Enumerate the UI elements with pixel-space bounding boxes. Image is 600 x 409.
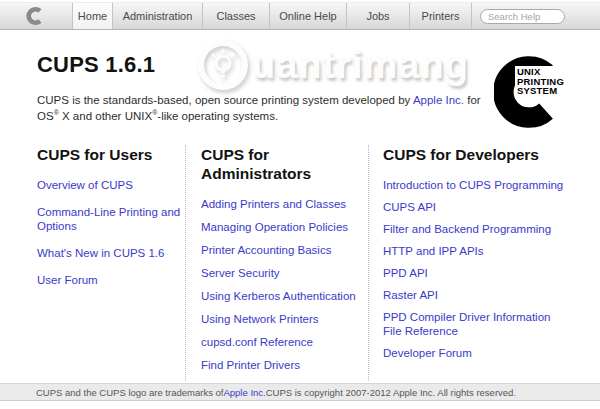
section-heading: CUPS for Administrators <box>201 145 368 183</box>
section-link[interactable]: Introduction to CUPS Programming <box>383 178 565 192</box>
nav-search-area <box>472 3 600 29</box>
section-link[interactable]: Printer Accounting Basics <box>201 243 368 257</box>
intro-paragraph: CUPS is the standards-based, open source… <box>37 92 489 124</box>
tab-online-help[interactable]: Online Help <box>270 3 347 29</box>
tab-jobs[interactable]: Jobs <box>347 3 410 29</box>
apple-inc-link[interactable]: Apple Inc. <box>413 94 464 106</box>
cups-c-logo-icon <box>0 3 73 29</box>
watermark-lightbulb-icon <box>196 38 250 92</box>
footer-text: CUPS and the CUPS logo are trademarks of <box>36 387 223 398</box>
link-columns: CUPS for Users Overview of CUPS Command-… <box>37 145 565 381</box>
section-link[interactable]: Find Printer Drivers <box>201 358 368 372</box>
section-link[interactable]: Overview of CUPS <box>37 178 185 192</box>
cups-c-glyph <box>26 5 46 27</box>
tab-home[interactable]: Home <box>73 3 113 29</box>
intro-text: CUPS is the standards-based, open source… <box>37 94 413 106</box>
search-help-input[interactable] <box>480 9 565 24</box>
section-heading: CUPS for Users <box>37 145 185 164</box>
navbar: Home Administration Classes Online Help … <box>0 2 600 30</box>
section-link[interactable]: Server Security <box>201 266 368 280</box>
section-link[interactable]: Adding Printers and Classes <box>201 197 368 211</box>
section-link[interactable]: Managing Operation Policies <box>201 220 368 234</box>
badge-line-system: SYSTEM <box>517 86 564 96</box>
footer: CUPS and the CUPS logo are trademarks of… <box>0 383 600 401</box>
section-link[interactable]: PPD API <box>383 266 565 280</box>
tab-administration[interactable]: Administration <box>113 3 203 29</box>
section-link[interactable]: Developer Forum <box>383 346 565 360</box>
section-link[interactable]: CUPS API <box>383 200 565 214</box>
intro-text: -like operating systems. <box>157 110 278 122</box>
footer-text: CUPS is copyright 2007-2012 Apple Inc. A… <box>266 387 516 398</box>
section-link[interactable]: cupsd.conf Reference <box>201 335 368 349</box>
unix-printing-system-logo: UNIX PRINTING SYSTEM <box>494 50 596 136</box>
section-link[interactable]: What's New in CUPS 1.6 <box>37 246 185 260</box>
footer-apple-inc-link[interactable]: Apple Inc. <box>223 387 265 398</box>
section-link[interactable]: PPD Compiler Driver Information File Ref… <box>383 310 565 338</box>
intro-text: X and other UNIX <box>59 110 152 122</box>
section-link[interactable]: Using Kerberos Authentication <box>201 289 368 303</box>
section-heading: CUPS for Developers <box>383 145 565 164</box>
section-link[interactable]: Using Network Printers <box>201 312 368 326</box>
watermark-text: uantrimang <box>252 44 469 87</box>
section-link[interactable]: Raster API <box>383 288 565 302</box>
page-title: CUPS 1.6.1 <box>37 52 155 78</box>
section-link[interactable]: Filter and Backend Programming <box>383 222 565 236</box>
section-link[interactable]: User Forum <box>37 273 185 287</box>
section-cups-for-administrators: CUPS for Administrators Adding Printers … <box>185 145 368 381</box>
section-link[interactable]: Command-Line Printing and Options <box>37 205 185 233</box>
badge-text: UNIX PRINTING SYSTEM <box>515 66 566 97</box>
section-cups-for-developers: CUPS for Developers Introduction to CUPS… <box>368 145 565 381</box>
tab-classes[interactable]: Classes <box>203 3 270 29</box>
tab-printers[interactable]: Printers <box>410 3 472 29</box>
watermark: uantrimang <box>196 38 469 92</box>
section-cups-for-users: CUPS for Users Overview of CUPS Command-… <box>37 145 185 381</box>
section-link[interactable]: HTTP and IPP APIs <box>383 244 565 258</box>
